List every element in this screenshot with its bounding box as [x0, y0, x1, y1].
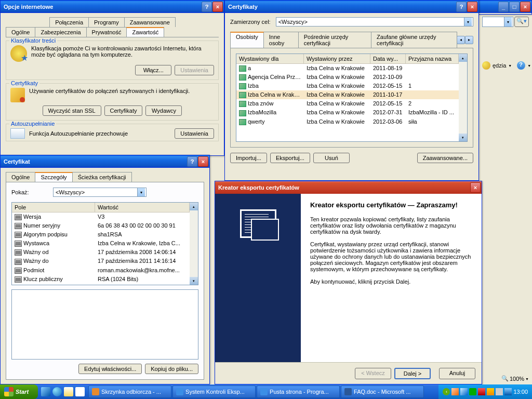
tab-scroll-right-icon[interactable]: ▸: [465, 36, 473, 44]
cert-text: Używanie certyfikatów do połączeń szyfro…: [29, 88, 214, 102]
purpose-select[interactable]: <Wszyscy>: [276, 17, 473, 26]
certificates-button[interactable]: Certyfikaty: [104, 105, 143, 116]
taskbar-item[interactable]: Pusta strona - Progra...: [257, 385, 340, 398]
tab-scroll-left-icon[interactable]: ◂: [457, 36, 465, 44]
bg-tools-menu[interactable]: ędzia▼ ?▼: [482, 61, 531, 70]
tray-icon[interactable]: [487, 388, 494, 395]
close-icon[interactable]: ×: [467, 2, 477, 12]
table-row[interactable]: Agencja Celna Przy...Izba Celna w Krakow…: [236, 73, 459, 82]
field-list[interactable]: Pole Wartość WersjaV3Numer seryjny6a 06 …: [11, 202, 198, 285]
edit-properties-button[interactable]: Edytuj właściwości...: [78, 364, 142, 374]
remove-button[interactable]: Usuń: [313, 153, 350, 163]
tab-prywatnosc[interactable]: Prywatność: [86, 27, 127, 37]
cert-list[interactable]: Wystawiony dla Wystawiony przez Data wy.…: [236, 54, 468, 142]
scrollbar[interactable]: [190, 203, 198, 285]
close-icon[interactable]: ×: [470, 182, 481, 193]
content-advisor-group: Klasyfikator treści ★ Klasyfikacja pomoż…: [6, 41, 219, 80]
tray-icon[interactable]: [478, 388, 485, 395]
show-select[interactable]: <Wszyscy>: [53, 188, 147, 197]
taskbar-item[interactable]: System Kontroli Eksp...: [172, 385, 256, 398]
tab-ogolne[interactable]: Ogólne: [6, 27, 35, 37]
col-friendly-name[interactable]: Przyjazna nazwa: [406, 54, 459, 63]
tray-icon[interactable]: [469, 388, 476, 395]
table-row[interactable]: Ważny do17 października 2011 14:16:14: [12, 257, 190, 265]
table-row[interactable]: aIzba Celna w Krakowie2011-08-19: [236, 64, 459, 73]
help-icon[interactable]: ?: [202, 2, 212, 12]
tab-detail-ogolne[interactable]: Ogólne: [6, 172, 35, 182]
start-button[interactable]: Start: [0, 384, 38, 399]
tray-icon[interactable]: [451, 388, 459, 395]
tab-detail-szczegoly[interactable]: Szczegóły: [35, 172, 72, 182]
clock[interactable]: 13:00: [513, 389, 528, 395]
table-row[interactable]: Numer seryjny6a 06 38 43 00 02 00 00 30 …: [12, 221, 190, 230]
table-row[interactable]: Podmiotroman.mackowiak@kra.mofne...: [12, 266, 190, 275]
list-header: Wystawiony dla Wystawiony przez Data wy.…: [236, 54, 459, 64]
publishers-button[interactable]: Wydawcy: [145, 105, 182, 116]
value-detail-box[interactable]: [11, 289, 198, 360]
clear-ssl-button[interactable]: Wyczyść stan SSL: [43, 105, 101, 116]
close-icon[interactable]: ×: [212, 2, 223, 12]
col-date[interactable]: Data wy...: [370, 54, 406, 63]
help-icon[interactable]: ?: [456, 2, 467, 12]
certificate-icon: [239, 101, 246, 107]
wizard-title: Kreator eksportu certyfikatów: [218, 184, 470, 191]
table-row[interactable]: Ważny od17 października 2008 14:06:14: [12, 248, 190, 257]
certificates-window: Certyfikaty ? × Zamierzony cel: <Wszyscy…: [224, 0, 479, 181]
tab-inne-osoby[interactable]: Inne osoby: [263, 32, 299, 48]
advanced-button[interactable]: Zaawansowane...: [417, 153, 473, 163]
tab-programy[interactable]: Programy: [88, 17, 125, 27]
app-icon[interactable]: [75, 387, 85, 396]
tray-icon[interactable]: [460, 388, 468, 395]
table-row[interactable]: Algorytm podpisusha1RSA: [12, 230, 190, 239]
import-button[interactable]: Importuj...: [230, 153, 267, 163]
outlook-icon[interactable]: [64, 387, 73, 396]
ie-icon[interactable]: [52, 387, 62, 396]
close-icon[interactable]: ×: [198, 156, 208, 167]
tab-zabezpieczenia[interactable]: Zabezpieczenia: [35, 27, 86, 37]
close-icon[interactable]: ×: [520, 2, 530, 12]
tab-detail-sciezka[interactable]: Ścieżka certyfikacji: [72, 172, 132, 182]
bg-zoom[interactable]: 🔍 100% ▼: [501, 375, 529, 382]
tab-zawartosc[interactable]: Zawartość: [126, 27, 164, 37]
table-row[interactable]: WystawcaIzba Celna w Krakowie, Izba C...: [12, 239, 190, 248]
col-issued-by[interactable]: Wystawiony przez: [304, 54, 370, 63]
cancel-button[interactable]: Anuluj: [439, 368, 475, 379]
next-button[interactable]: Dalej >: [394, 368, 431, 379]
col-issued-for[interactable]: Wystawiony dla: [236, 54, 304, 63]
table-row[interactable]: Izba znówIzba Celna w Krakowie2012-05-15…: [236, 99, 459, 108]
tab-zaufane[interactable]: Zaufane główne urzędy certyfikacji: [371, 32, 457, 48]
auto-settings-button[interactable]: Ustawienia: [175, 128, 214, 139]
col-field[interactable]: Pole: [12, 203, 95, 212]
tab-osobisty[interactable]: Osobisty: [230, 32, 264, 48]
table-row[interactable]: WersjaV3: [12, 212, 190, 221]
purpose-label: Zamierzony cel:: [230, 19, 271, 25]
table-row[interactable]: IzbaIzba Celna w Krakowie2012-05-151: [236, 82, 459, 90]
help-icon[interactable]: ?: [517, 61, 525, 70]
table-row[interactable]: IzbaMozillaIzba Celna w Krakowie2012-07-…: [236, 108, 459, 117]
tab-zaawansowane[interactable]: Zaawansowane: [124, 17, 176, 27]
minimize-icon[interactable]: _: [498, 2, 509, 12]
bg-search-input[interactable]: [482, 17, 513, 27]
maximize-icon[interactable]: □: [509, 2, 520, 12]
taskbar-item[interactable]: Skrzynka odbiorcza - ...: [88, 385, 171, 398]
show-desktop-icon[interactable]: [41, 387, 50, 396]
tab-polaczenia[interactable]: Połączenia: [49, 17, 89, 27]
certificate-wizard-icon: [240, 209, 276, 238]
help-icon[interactable]: ?: [187, 156, 197, 167]
col-value[interactable]: Wartość: [95, 203, 190, 212]
scrollbar[interactable]: [459, 54, 467, 141]
table-row[interactable]: Klucz publicznyRSA (1024 Bits): [12, 275, 190, 284]
table-row[interactable]: qwertyIzba Celna w Krakowie2012-03-06sił…: [236, 117, 459, 126]
network-icon[interactable]: [504, 388, 512, 395]
cert-detail-titlebar: Certyfikat ? ×: [1, 155, 209, 168]
tab-posrednie[interactable]: Pośrednie urzędy certyfikacji: [298, 32, 371, 48]
copy-to-file-button[interactable]: Kopiuj do pliku...: [145, 364, 198, 374]
enable-button[interactable]: Włącz...: [135, 65, 171, 75]
search-button[interactable]: 🔍▾: [514, 17, 529, 27]
export-wizard-window: Kreator eksportu certyfikatów × Kreator …: [215, 181, 482, 384]
table-row[interactable]: Izba Celna w Krako...Izba Celna w Krakow…: [236, 90, 459, 99]
volume-icon[interactable]: [496, 388, 503, 395]
tray-expand-icon[interactable]: ‹: [443, 388, 450, 395]
export-button[interactable]: Eksportuj...: [270, 153, 310, 163]
taskbar-item[interactable]: FAQ.doc - Microsoft ...: [341, 385, 424, 398]
